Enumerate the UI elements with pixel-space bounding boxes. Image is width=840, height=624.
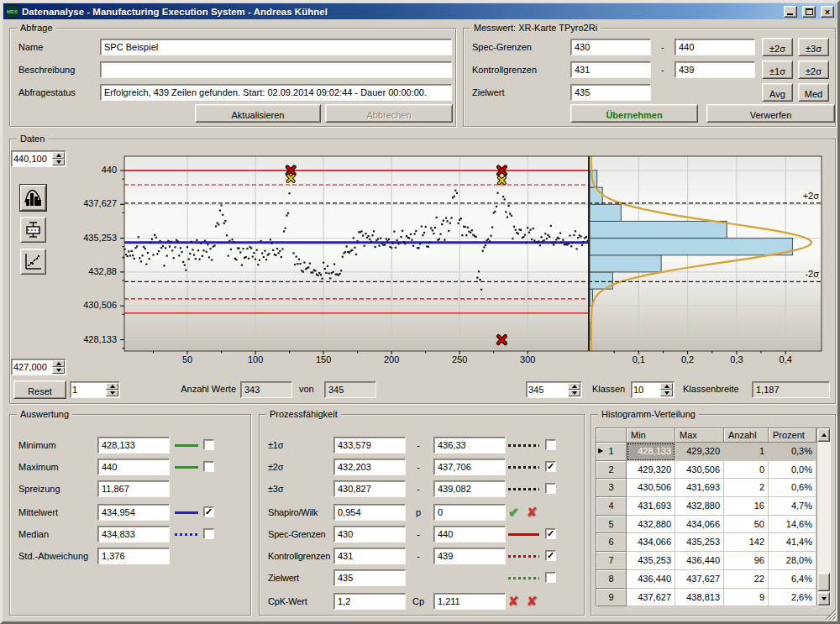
- table-cell[interactable]: 436,440: [675, 552, 724, 570]
- table-cell[interactable]: 0: [724, 461, 769, 480]
- table-cell[interactable]: 41,4%: [769, 533, 816, 552]
- y-min-spinner[interactable]: [11, 359, 66, 375]
- table-cell[interactable]: 428,133: [627, 443, 675, 461]
- histogram-view-button[interactable]: [20, 185, 46, 211]
- table-cell[interactable]: 4,7%: [769, 497, 816, 516]
- table-cell[interactable]: 6,4%: [769, 570, 816, 589]
- spc-chart[interactable]: +2σ-2σ501001502002503000,10,20,30,4: [120, 154, 830, 372]
- kontroll-high-input[interactable]: [675, 61, 755, 78]
- column-header-Min[interactable]: Min: [627, 428, 675, 443]
- table-cell[interactable]: 431,693: [627, 497, 675, 516]
- row-header[interactable]: 8: [596, 570, 627, 589]
- y-max-spinner[interactable]: [11, 150, 66, 167]
- table-cell[interactable]: 50: [724, 516, 769, 534]
- table-cell[interactable]: 434,066: [627, 533, 675, 552]
- column-header-corner[interactable]: [596, 428, 627, 443]
- table-row[interactable]: 4431,693432,880164,7%: [596, 497, 830, 516]
- table-scrollbar[interactable]: [816, 428, 830, 606]
- table-row[interactable]: 2429,320430,50600,0%: [596, 461, 830, 480]
- count-spinner[interactable]: [526, 381, 582, 398]
- table-row[interactable]: 1▶428,133429,32010,3%: [596, 443, 830, 461]
- kontroll-low-input[interactable]: [570, 61, 651, 78]
- table-cell[interactable]: 28,0%: [769, 552, 816, 570]
- offset-spinner[interactable]: [70, 381, 120, 398]
- klassen-down-button[interactable]: [660, 390, 673, 396]
- table-cell[interactable]: 435,253: [675, 533, 724, 552]
- table-row[interactable]: 6434,066435,25314241,4%: [596, 533, 830, 552]
- histogramm-table[interactable]: MinMaxAnzahlProzent1▶428,133429,32010,3%…: [596, 427, 831, 606]
- count-down-button[interactable]: [568, 390, 580, 396]
- table-row[interactable]: 7435,253436,4409628,0%: [596, 552, 830, 570]
- verwerfen-button[interactable]: Verwerfen: [706, 104, 835, 123]
- table-cell[interactable]: 2: [724, 479, 769, 497]
- row-header[interactable]: 5: [596, 516, 627, 534]
- y-min-down-button[interactable]: [52, 367, 65, 374]
- table-cell[interactable]: 0,3%: [769, 443, 816, 461]
- table-cell[interactable]: 434,066: [675, 516, 724, 534]
- abbrechen-button[interactable]: Abbrechen: [325, 104, 453, 123]
- table-cell[interactable]: 429,320: [627, 461, 675, 480]
- table-row[interactable]: 8436,440437,627226,4%: [596, 570, 830, 589]
- table-cell[interactable]: 431,693: [675, 479, 724, 497]
- count-input[interactable]: [527, 382, 567, 397]
- aktualisieren-button[interactable]: Aktualisieren: [195, 104, 321, 123]
- resize-grip[interactable]: [826, 610, 837, 621]
- offset-down-button[interactable]: [106, 390, 118, 396]
- klassen-up-button[interactable]: [660, 383, 673, 390]
- scroll-down-button[interactable]: [817, 592, 830, 606]
- row-header[interactable]: 3: [596, 479, 627, 497]
- klassen-spinner[interactable]: [631, 381, 675, 398]
- row-header[interactable]: 7: [596, 552, 627, 570]
- prozess-checkbox-0[interactable]: [545, 439, 556, 450]
- prozess-checkbox-1[interactable]: ✓: [545, 461, 556, 472]
- table-cell[interactable]: 429,320: [675, 443, 724, 461]
- name-input[interactable]: [100, 39, 452, 55]
- kontroll-1sigma-button[interactable]: ±1σ: [762, 60, 793, 79]
- table-cell[interactable]: 9: [724, 589, 769, 607]
- column-header-Prozent[interactable]: Prozent: [769, 428, 816, 443]
- spec-low-input[interactable]: [570, 39, 651, 55]
- title-bar[interactable]: MES Datenanalyse - Manufacturing Executi…: [3, 3, 837, 19]
- row-header[interactable]: 2: [596, 461, 627, 480]
- table-cell[interactable]: 0,0%: [769, 461, 816, 480]
- prozess-checkbox-5[interactable]: ✓: [545, 550, 556, 561]
- offset-up-button[interactable]: [106, 383, 118, 390]
- table-cell[interactable]: 432,880: [627, 516, 675, 534]
- prozess-checkbox-4[interactable]: ✓: [545, 528, 556, 539]
- row-header[interactable]: 1▶: [596, 443, 627, 461]
- table-cell[interactable]: 436,440: [627, 570, 675, 589]
- stat-checkbox-4[interactable]: [203, 528, 214, 539]
- spec-2sigma-button[interactable]: ±2σ: [762, 38, 793, 56]
- spec-3sigma-button[interactable]: ±3σ: [798, 38, 829, 56]
- stat-checkbox-1[interactable]: [203, 461, 214, 472]
- table-cell[interactable]: 0,6%: [769, 479, 816, 497]
- reset-button[interactable]: Reset: [13, 380, 66, 399]
- stat-checkbox-0[interactable]: [203, 439, 214, 450]
- table-cell[interactable]: 142: [724, 533, 769, 552]
- table-row[interactable]: 3430,506431,69320,6%: [596, 479, 830, 497]
- table-cell[interactable]: 1: [724, 443, 769, 461]
- table-cell[interactable]: 14,6%: [769, 516, 816, 534]
- table-cell[interactable]: 438,813: [675, 589, 724, 607]
- stat-checkbox-3[interactable]: ✓: [203, 506, 214, 517]
- table-cell[interactable]: 430,506: [627, 479, 675, 497]
- minimize-button[interactable]: [784, 6, 797, 18]
- table-cell[interactable]: 16: [724, 497, 769, 516]
- klassen-input[interactable]: [632, 382, 659, 397]
- offset-input[interactable]: [71, 382, 105, 397]
- table-cell[interactable]: 22: [724, 570, 769, 589]
- close-button[interactable]: ×: [821, 6, 834, 18]
- med-button[interactable]: Med: [798, 83, 829, 102]
- table-cell[interactable]: 96: [724, 552, 769, 570]
- table-cell[interactable]: 437,627: [675, 570, 724, 589]
- table-cell[interactable]: 430,506: [675, 461, 724, 480]
- kontroll-2sigma-button[interactable]: ±2σ: [798, 60, 829, 79]
- scrollbar-thumb[interactable]: [817, 573, 830, 591]
- maximize-button[interactable]: [802, 6, 816, 18]
- prozess-checkbox-2[interactable]: [545, 483, 556, 494]
- avg-button[interactable]: Avg: [762, 83, 793, 102]
- column-header-Max[interactable]: Max: [675, 428, 724, 443]
- column-header-Anzahl[interactable]: Anzahl: [724, 428, 769, 443]
- table-row[interactable]: 5432,880434,0665014,6%: [596, 516, 830, 534]
- table-cell[interactable]: 435,253: [627, 552, 675, 570]
